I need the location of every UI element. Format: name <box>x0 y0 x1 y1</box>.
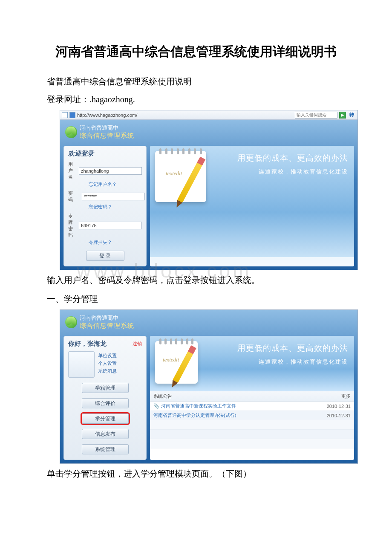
leaf-icon <box>65 126 77 138</box>
intro-para-1: 省普通高中综合信息管理系统使用说明 <box>30 73 362 90</box>
announcement-row[interactable]: 河南省普通高中学分认定管理办法(试行) 2010-12-31 <box>150 411 354 420</box>
section-1-title: 一、学分管理 <box>30 291 362 307</box>
user-panel: 你好，张海龙 注销 单位设置 个人设置 系统消息 学籍管理 综合评价 学分管理 … <box>63 336 147 460</box>
notepad-text: textedit <box>166 170 182 177</box>
announcement-date: 2010-12-31 <box>327 404 351 409</box>
token-input[interactable] <box>79 222 142 229</box>
keyword-search-input[interactable] <box>295 112 337 119</box>
page-icon <box>62 112 68 118</box>
menu-xueji[interactable]: 学籍管理 <box>82 383 129 393</box>
go-label[interactable]: 转 <box>348 112 356 118</box>
username-label: 用 户 名 <box>68 161 76 180</box>
announcement-row-empty <box>150 420 354 430</box>
leaf-icon <box>65 316 77 328</box>
screenshot-credits: 河南省普通高中 综合信息管理系统 你好，张海龙 注销 单位设置 个人设置 系统消… <box>60 309 358 464</box>
menu-xuefen[interactable]: 学分管理 <box>82 413 129 424</box>
announcement-row-empty <box>150 439 354 448</box>
watermark-text: www.bdocx.com <box>77 259 251 282</box>
username-input[interactable] <box>79 167 142 175</box>
brand-line-2: 综合信息管理系统 <box>80 132 134 140</box>
token-label: 令牌密码 <box>68 213 76 238</box>
announcement-heading: 系统公告 <box>153 393 172 399</box>
token-lost-link[interactable]: 令牌挂失？ <box>89 239 142 246</box>
login-panel-title: 欢迎登录 <box>68 150 142 158</box>
announcement-more-link[interactable]: 更多 <box>341 393 351 399</box>
link-personal-settings[interactable]: 个人设置 <box>98 360 117 367</box>
slogan-line-2: 连通家校，推动教育信息化建设 <box>214 168 348 176</box>
pencil-icon <box>173 345 196 383</box>
screenshot-login: http://www.hagaozhong.com/ ▶ 转 河南省普通高中 综… <box>60 110 358 270</box>
menu-xinxi[interactable]: 信息发布 <box>82 429 129 439</box>
system-logo: 河南省普通高中 综合信息管理系统 <box>63 313 354 332</box>
address-bar: http://www.hagaozhong.com/ ▶ 转 <box>60 110 357 120</box>
forgot-password-link[interactable]: 忘记密码？ <box>89 204 142 210</box>
notepad-illustration: textedit <box>155 151 206 202</box>
url-text[interactable]: http://www.hagaozhong.com/ <box>77 113 205 118</box>
announcement-title: 河南省普通高中学分认定管理办法(试行) <box>153 413 236 418</box>
menu-zonghe[interactable]: 综合评价 <box>82 398 129 408</box>
notepad-illustration: textedit <box>155 341 198 384</box>
hello-prefix: 你好， <box>68 340 87 347</box>
doc-title: 河南省普通高中综合信息管理系统使用详细说明书 <box>30 43 362 61</box>
logout-link[interactable]: 注销 <box>133 341 142 347</box>
notepad-text: textedit <box>163 356 179 363</box>
slogan-line-1: 用更低的成本、更高效的办法 <box>214 343 348 354</box>
password-input[interactable] <box>82 193 145 200</box>
intro-para-2: 登录网址：.hagaozhong. <box>30 91 362 107</box>
announcement-row[interactable]: 📎河南省普通高中新课程实验工作文件 2010-12-31 <box>150 402 354 411</box>
pencil-icon <box>177 156 205 202</box>
slogan-line-2: 连通家校，推动教育信息化建设 <box>214 358 348 366</box>
attachment-icon: 📎 <box>153 403 159 408</box>
user-name: 张海龙 <box>87 340 107 347</box>
login-panel: 欢迎登录 用 户 名 忘记用户名？ 密 码 忘记密码？ 令牌密码 令牌挂失？ 登… <box>63 146 147 266</box>
menu-xitong[interactable]: 系统管理 <box>82 444 129 454</box>
main-content: textedit 用更低的成本、更高效的办法 连通家校，推动教育信息化建设 系统… <box>150 336 354 460</box>
announcement-title: 河南省普通高中新课程实验工作文件 <box>161 403 236 408</box>
system-logo: 河南省普通高中 综合信息管理系统 <box>63 123 354 142</box>
link-unit-settings[interactable]: 单位设置 <box>98 353 117 359</box>
brand-line-1: 河南省普通高中 <box>80 124 134 132</box>
dashboard-banner: textedit 用更低的成本、更高效的办法 连通家校，推动教育信息化建设 <box>150 336 354 391</box>
announcement-row-empty <box>150 430 354 439</box>
link-system-messages[interactable]: 系统消息 <box>98 368 117 374</box>
announcement-date: 2010-12-31 <box>327 413 351 418</box>
brand-line-1: 河南省普通高中 <box>80 314 134 322</box>
password-label: 密 码 <box>68 190 79 203</box>
ie-icon <box>69 112 75 118</box>
avatar <box>68 351 95 378</box>
brand-line-2: 综合信息管理系统 <box>80 322 134 330</box>
after-credits-para: 单击学分管理按钮，进入学分管理模块页面。（下图） <box>30 465 362 482</box>
login-banner: textedit 用更低的成本、更高效的办法 连通家校，推动教育信息化建设 <box>150 146 354 266</box>
forgot-username-link[interactable]: 忘记用户名？ <box>89 181 142 188</box>
go-button[interactable]: ▶ <box>339 112 346 119</box>
slogan-line-1: 用更低的成本、更高效的办法 <box>214 153 348 164</box>
